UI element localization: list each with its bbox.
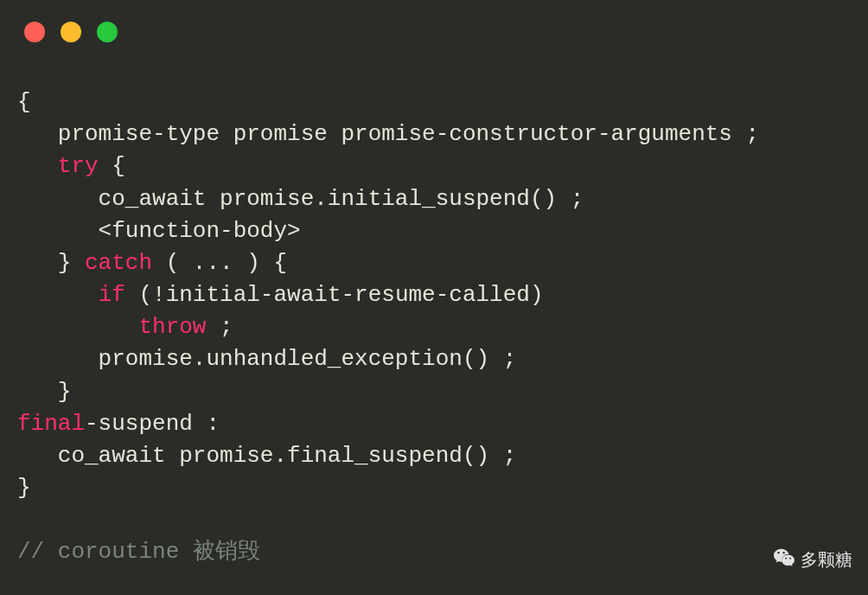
code-line: // coroutine 被销毁 — [17, 536, 851, 568]
code-line: co_await promise.initial_suspend() ; — [17, 183, 851, 215]
code-block: { promise-type promise promise-construct… — [17, 86, 851, 569]
wechat-icon — [773, 547, 795, 573]
code-line: { — [17, 86, 851, 118]
code-line: promise.unhandled_exception() ; — [17, 343, 851, 375]
minimize-dot — [61, 22, 81, 42]
window-traffic-lights — [24, 22, 118, 42]
code-line: <function-body> — [17, 215, 851, 247]
code-line: } — [17, 376, 851, 408]
code-line: } — [17, 472, 851, 504]
code-line: promise-type promise promise-constructor… — [17, 118, 851, 150]
close-dot — [24, 22, 45, 42]
code-line: co_await promise.final_suspend() ; — [17, 440, 851, 472]
code-line: throw ; — [17, 311, 851, 343]
code-line — [17, 504, 851, 536]
watermark-text: 多颗糖 — [801, 548, 852, 572]
watermark: 多颗糖 — [773, 547, 852, 573]
code-window: { promise-type promise promise-construct… — [0, 0, 868, 595]
code-line: final-suspend : — [17, 408, 851, 440]
code-line: if (!initial-await-resume-called) — [17, 279, 851, 311]
code-line: } catch ( ... ) { — [17, 247, 851, 279]
code-line: try { — [17, 150, 851, 182]
zoom-dot — [97, 22, 118, 42]
